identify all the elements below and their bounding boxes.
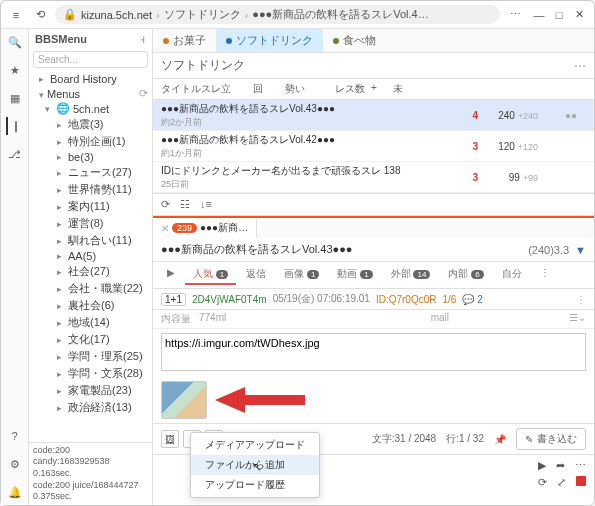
board-category[interactable]: ▸地域(14): [29, 314, 152, 331]
search-icon[interactable]: 🔍: [6, 33, 24, 51]
numbered-list-icon[interactable]: ☷: [180, 198, 190, 211]
maximize-button[interactable]: □: [550, 6, 568, 24]
board-tab[interactable]: 食べ物: [323, 29, 386, 52]
expand-icon[interactable]: ⤢: [557, 476, 566, 489]
board-tab[interactable]: ソフトドリンク: [216, 29, 323, 52]
thread-row[interactable]: ●●●新商品の飲料を語るスレVol.43●●●約2か月前4240 +240●●: [153, 100, 594, 131]
sort-icon[interactable]: ↓≡: [200, 198, 212, 211]
lock-icon: 🔒: [63, 8, 77, 21]
close-button[interactable]: ✕: [570, 6, 588, 24]
filter-video[interactable]: 動画 1: [329, 265, 380, 285]
board-category[interactable]: ▸世界情勢(11): [29, 181, 152, 198]
url-host: kizuna.5ch.net: [81, 9, 152, 21]
board-category[interactable]: ▸家電製品(23): [29, 382, 152, 399]
refresh-icon[interactable]: ⟳: [538, 476, 547, 489]
bell-icon[interactable]: 🔔: [6, 483, 24, 501]
address-bar[interactable]: 🔒 kizuna.5ch.net ›ソフトドリンク ›●●●新商品の飲料を語るス…: [55, 5, 500, 24]
branch-icon[interactable]: ⎇: [6, 145, 24, 163]
post-frac: 1/6: [443, 294, 457, 305]
capacity-label: 内容量: [161, 312, 191, 326]
attachment-thumbnail[interactable]: [161, 381, 207, 419]
thread-list-header: タイトル スレ立 回 勢い レス数 + 未: [153, 79, 594, 100]
cursor-icon: ↖: [252, 460, 262, 474]
board-category[interactable]: ▸be(3): [29, 150, 152, 164]
submit-button[interactable]: ✎ 書き込む: [516, 428, 586, 450]
filter-reply[interactable]: 返信: [238, 265, 274, 285]
reply-count[interactable]: 💬 2: [462, 294, 482, 305]
grid-icon[interactable]: ▦: [6, 89, 24, 107]
root-board[interactable]: ▾🌐5ch.net: [29, 101, 152, 116]
thread-title: ●●●新商品の飲料を語るスレVol.43●●●: [161, 242, 352, 257]
close-icon[interactable]: ✕: [161, 223, 169, 234]
board-category[interactable]: ▸文化(17): [29, 331, 152, 348]
globe-icon: 🌐: [56, 102, 70, 115]
reload-icon[interactable]: ⟲: [31, 6, 49, 24]
filter-popular[interactable]: 人気 1: [185, 265, 236, 285]
line-count: 行:1 / 32: [446, 432, 484, 446]
board-category[interactable]: ▸政治経済(13): [29, 399, 152, 416]
settings-icon[interactable]: ⚙: [6, 455, 24, 473]
sidebar-search[interactable]: Search...: [33, 51, 148, 68]
board-category[interactable]: ▸ニュース(27): [29, 164, 152, 181]
filter-row: ▶ 人気 1 返信 画像 1 動画 1 外部 14 内部 6 自分 ⋮: [153, 262, 594, 289]
menus-node[interactable]: ▾Menus⟳: [29, 86, 152, 101]
minimize-button[interactable]: —: [530, 6, 548, 24]
post-id[interactable]: ID:Q7r0Qc0R: [376, 294, 437, 305]
compose-menu-icon[interactable]: ☰⌄: [569, 312, 586, 326]
board-category[interactable]: ▸AA(5): [29, 249, 152, 263]
help-icon[interactable]: ?: [6, 427, 24, 445]
thread-row[interactable]: ●●●新商品の飲料を語るスレVol.42●●●約1か月前3120 +120: [153, 131, 594, 162]
board-category[interactable]: ▸学問・理系(25): [29, 348, 152, 365]
pin-icon[interactable]: 📌: [494, 434, 506, 445]
board-category[interactable]: ▸社会(27): [29, 263, 152, 280]
post-date: 05/19(金) 07:06:19.01: [273, 292, 370, 306]
post-menu-icon[interactable]: ⋮: [576, 294, 586, 305]
post-meta: 1+1 2D4VjWAF0T4m 05/19(金) 07:06:19.01 ID…: [153, 289, 594, 310]
filter-image[interactable]: 画像 1: [276, 265, 327, 285]
list-tools: ⟳ ☷ ↓≡: [153, 193, 594, 216]
board-tree: ▸Board History ▾Menus⟳ ▾🌐5ch.net ▸地震(3)▸…: [29, 70, 152, 442]
board-category[interactable]: ▸運営(8): [29, 215, 152, 232]
board-category[interactable]: ▸会社・職業(22): [29, 280, 152, 297]
board-title: ソフトドリンク: [161, 57, 245, 74]
board-category[interactable]: ▸馴れ合い(11): [29, 232, 152, 249]
thread-tab[interactable]: ✕ 239 ●●●新商…: [153, 218, 257, 238]
more-icon[interactable]: ⋯: [575, 459, 586, 472]
image-attach-button[interactable]: 🖼: [161, 430, 179, 448]
board-category[interactable]: ▸裏社会(6): [29, 297, 152, 314]
refresh-icon[interactable]: ⟳: [161, 198, 170, 211]
menu-upload-history[interactable]: アップロード履歴: [191, 475, 319, 495]
sidebar-title: BBSMenu: [35, 33, 87, 45]
play-icon[interactable]: ▶: [159, 265, 183, 285]
play-icon[interactable]: ▶: [538, 459, 546, 472]
more-icon[interactable]: ⋮: [532, 265, 558, 285]
menu-icon[interactable]: ≡: [7, 6, 25, 24]
filter-external[interactable]: 外部 14: [383, 265, 439, 285]
menu-media-upload[interactable]: メディアアップロード: [191, 435, 319, 455]
compose-textarea[interactable]: [161, 333, 586, 371]
board-history[interactable]: ▸Board History: [29, 72, 152, 86]
post-name[interactable]: 2D4VjWAF0T4m: [192, 294, 267, 305]
filter-self[interactable]: 自分: [494, 265, 530, 285]
status-box: code:200 candy:1683929538 0.163sec. code…: [29, 442, 152, 505]
annotation-arrow: [215, 391, 305, 409]
chevron-down-icon[interactable]: ▼: [575, 244, 586, 256]
board-category[interactable]: ▸学問・文系(28): [29, 365, 152, 382]
thread-stats: (240)3.3: [528, 244, 569, 256]
filter-internal[interactable]: 内部 6: [440, 265, 491, 285]
record-icon[interactable]: [576, 476, 586, 489]
mail-label: mail: [431, 312, 449, 326]
more-icon[interactable]: ⋯: [506, 6, 524, 24]
list-icon[interactable]: ⎹⎸: [6, 117, 24, 135]
post-index[interactable]: 1+1: [161, 293, 186, 306]
split-icon[interactable]: ⫞: [140, 33, 146, 45]
dropdown-icon[interactable]: ⋯: [574, 59, 586, 73]
board-category[interactable]: ▸特別企画(1): [29, 133, 152, 150]
share-icon[interactable]: ➦: [556, 459, 565, 472]
board-category[interactable]: ▸地震(3): [29, 116, 152, 133]
refresh-icon: ⟳: [139, 87, 148, 100]
thread-row[interactable]: IDにドリンクとメーカー名が出るまで頑張るスレ 13825日前399 +99: [153, 162, 594, 193]
board-tab[interactable]: お菓子: [153, 29, 216, 52]
board-category[interactable]: ▸案内(11): [29, 198, 152, 215]
star-icon[interactable]: ★: [6, 61, 24, 79]
